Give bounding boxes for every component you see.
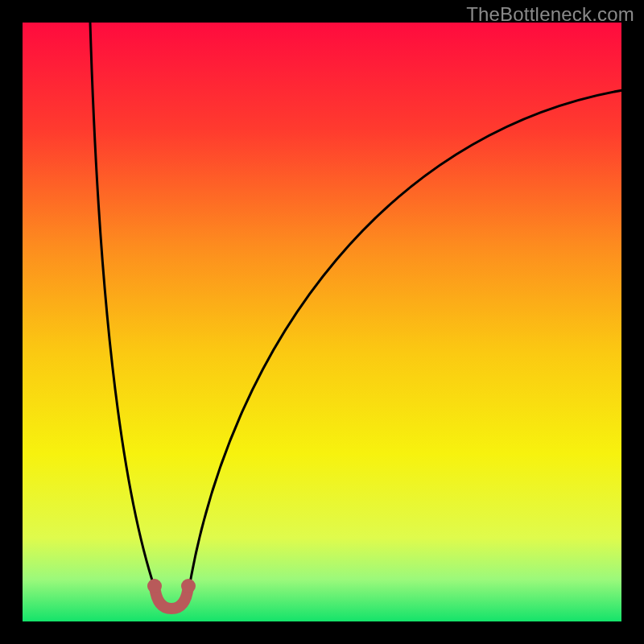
plot-background xyxy=(23,23,621,621)
chart-svg xyxy=(0,0,644,644)
chart-container: { "watermark": "TheBottleneck.com", "fra… xyxy=(0,0,644,644)
notch-dot-right xyxy=(181,579,196,593)
notch-dot-left xyxy=(147,579,162,593)
watermark-text: TheBottleneck.com xyxy=(466,3,634,26)
